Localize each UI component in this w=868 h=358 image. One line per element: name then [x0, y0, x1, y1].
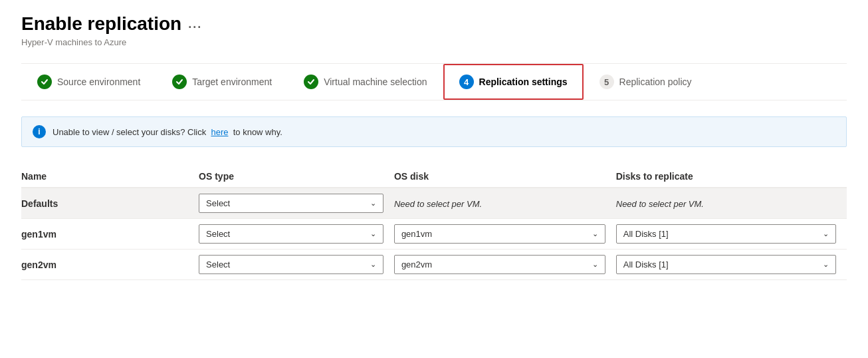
col-header-ostype: OS type: [199, 166, 394, 188]
chevron-down-icon: ⌄: [370, 230, 376, 238]
gen1vm-disks-cell: All Disks [1] ⌄: [616, 219, 847, 250]
col-header-name: Name: [21, 166, 199, 188]
step-replication-settings[interactable]: 4 Replication settings: [443, 64, 584, 100]
col-header-disks: Disks to replicate: [616, 166, 847, 188]
step-target-environment[interactable]: Target environment: [156, 64, 288, 100]
step-num-icon: 5: [599, 75, 614, 89]
step-source-environment[interactable]: Source environment: [21, 64, 156, 100]
info-banner: i Unable to view / select your disks? Cl…: [21, 116, 847, 147]
steps-bar: Source environment Target environment Vi…: [21, 63, 847, 100]
defaults-name-cell: Defaults: [21, 188, 199, 219]
step-label-target: Target environment: [192, 77, 272, 87]
step-check-icon: [304, 75, 318, 89]
step-check-icon: [172, 75, 187, 89]
chevron-down-icon: ⌄: [823, 260, 829, 269]
step-label-replication-settings: Replication settings: [479, 77, 568, 87]
info-icon: i: [33, 125, 46, 138]
step-label-vm-selection: Virtual machine selection: [324, 77, 427, 87]
banner-link[interactable]: here: [211, 127, 228, 137]
gen2vm-osdisk-select[interactable]: gen2vm ⌄: [394, 255, 605, 274]
gen2vm-osdisk-cell: gen2vm ⌄: [394, 250, 616, 280]
gen1vm-osdisk-select[interactable]: gen1vm ⌄: [394, 224, 605, 244]
step-replication-policy[interactable]: 5 Replication policy: [584, 64, 708, 100]
step-label-source: Source environment: [57, 77, 140, 87]
table-row-gen2vm: gen2vm Select ⌄ gen2vm ⌄ All Disks [1] ⌄: [21, 250, 847, 280]
defaults-ostype-select[interactable]: Select ⌄: [199, 194, 383, 213]
chevron-down-icon: ⌄: [823, 230, 829, 238]
defaults-osdisk-cell: Need to select per VM.: [394, 188, 616, 219]
defaults-ostype-cell: Select ⌄: [199, 188, 394, 219]
gen1vm-osdisk-cell: gen1vm ⌄: [394, 219, 616, 250]
page-title: Enable replication ...: [21, 13, 202, 35]
gen2vm-ostype-select[interactable]: Select ⌄: [199, 255, 383, 274]
gen1vm-ostype-select[interactable]: Select ⌄: [199, 224, 383, 244]
col-header-osdisk: OS disk: [394, 166, 616, 188]
step-label-replication-policy: Replication policy: [619, 77, 692, 87]
step-num-icon: 4: [459, 75, 474, 89]
gen2vm-disks-cell: All Disks [1] ⌄: [616, 250, 847, 280]
page-subtitle: Hyper-V machines to Azure: [21, 37, 847, 47]
page-title-ellipsis: ...: [188, 17, 202, 31]
table-row-gen1vm: gen1vm Select ⌄ gen1vm ⌄ All Disks [1] ⌄: [21, 219, 847, 250]
gen2vm-disks-select[interactable]: All Disks [1] ⌄: [616, 255, 836, 274]
chevron-down-icon: ⌄: [592, 230, 598, 238]
gen1vm-ostype-cell: Select ⌄: [199, 219, 394, 250]
gen2vm-ostype-cell: Select ⌄: [199, 250, 394, 280]
gen1vm-disks-select[interactable]: All Disks [1] ⌄: [616, 224, 836, 244]
table-row-defaults: Defaults Select ⌄ Need to select per VM.…: [21, 188, 847, 219]
replication-table: Name OS type OS disk Disks to replicate …: [21, 166, 847, 280]
chevron-down-icon: ⌄: [370, 199, 376, 208]
chevron-down-icon: ⌄: [592, 260, 598, 269]
defaults-disks-cell: Need to select per VM.: [616, 188, 847, 219]
chevron-down-icon: ⌄: [370, 260, 376, 269]
step-check-icon: [37, 75, 52, 89]
gen2vm-name-cell: gen2vm: [21, 250, 199, 280]
banner-text: Unable to view / select your disks? Clic…: [53, 127, 282, 137]
gen1vm-name-cell: gen1vm: [21, 219, 199, 250]
step-vm-selection[interactable]: Virtual machine selection: [288, 64, 443, 100]
